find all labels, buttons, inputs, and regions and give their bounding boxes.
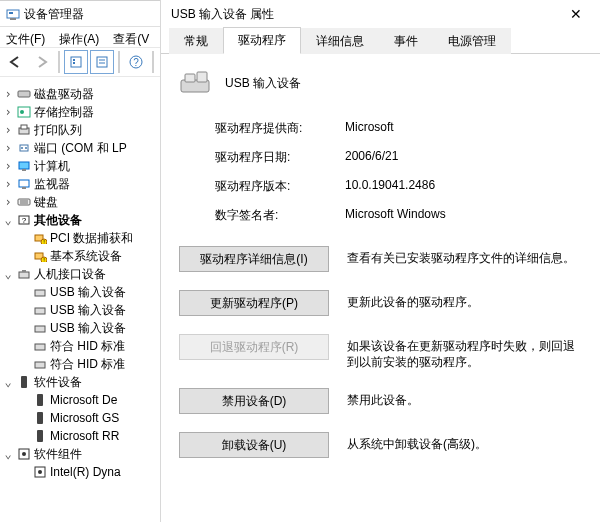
tree-node-softcomp[interactable]: ⌄软件组件 — [0, 445, 160, 463]
tree-node-intel-dyna[interactable]: Intel(R) Dyna — [0, 463, 160, 481]
uninstall-device-button[interactable]: 卸载设备(U) — [179, 432, 329, 458]
tab-driver[interactable]: 驱动程序 — [223, 27, 301, 54]
devmgr-icon — [6, 7, 20, 21]
svg-rect-39 — [22, 270, 26, 272]
svg-rect-6 — [97, 57, 107, 67]
svg-rect-48 — [37, 430, 43, 442]
tree-node-hid-comp-1[interactable]: 符合 HID 标准 — [0, 337, 160, 355]
svg-rect-2 — [10, 18, 16, 20]
tab-details[interactable]: 详细信息 — [301, 28, 379, 54]
tab-events[interactable]: 事件 — [379, 28, 433, 54]
disable-device-desc: 禁用此设备。 — [347, 388, 582, 408]
help-button[interactable]: ? — [124, 50, 148, 74]
rollback-driver-button: 回退驱动程序(R) — [179, 334, 329, 360]
svg-rect-38 — [19, 272, 29, 278]
nav-fwd-button[interactable] — [30, 50, 54, 74]
tree-node-base-sys[interactable]: !基本系统设备 — [0, 247, 160, 265]
tab-general[interactable]: 常规 — [169, 28, 223, 54]
driver-details-desc: 查看有关已安装驱动程序文件的详细信息。 — [347, 246, 582, 266]
tab-power[interactable]: 电源管理 — [433, 28, 511, 54]
tree-node-hid-comp-2[interactable]: 符合 HID 标准 — [0, 355, 160, 373]
tree-node-ports[interactable]: ›端口 (COM 和 LP — [0, 139, 160, 157]
tree-node-ms-gs[interactable]: Microsoft GS — [0, 409, 160, 427]
svg-rect-5 — [73, 62, 75, 64]
show-hidden-button[interactable] — [64, 50, 88, 74]
devmgr-title: 设备管理器 — [24, 1, 84, 27]
tree-node-usb-input-3[interactable]: USB 输入设备 — [0, 319, 160, 337]
tree-node-printq[interactable]: ›打印队列 — [0, 121, 160, 139]
svg-rect-27 — [18, 199, 30, 205]
menu-action[interactable]: 操作(A) — [59, 29, 99, 45]
menu-file[interactable]: 文件(F) — [6, 29, 45, 45]
dialog-title: USB 输入设备 属性 — [171, 0, 274, 28]
tree-node-disk[interactable]: ›磁盘驱动器 — [0, 85, 160, 103]
toolbar-separator-3 — [152, 51, 154, 73]
svg-rect-25 — [19, 180, 29, 187]
svg-rect-23 — [19, 162, 29, 169]
tree-node-usb-input-2[interactable]: USB 输入设备 — [0, 301, 160, 319]
rollback-driver-desc: 如果该设备在更新驱动程序时失败，则回退到以前安装的驱动程序。 — [347, 334, 582, 370]
value-version: 10.0.19041.2486 — [345, 178, 582, 195]
update-driver-desc: 更新此设备的驱动程序。 — [347, 290, 582, 310]
toolbar-separator-2 — [118, 51, 120, 73]
tree-node-monitor[interactable]: ›监视器 — [0, 175, 160, 193]
device-tree[interactable]: ›磁盘驱动器 ›存储控制器 ›打印队列 ›端口 (COM 和 LP ›计算机 ›… — [0, 83, 160, 522]
nav-back-button[interactable] — [4, 50, 28, 74]
device-icon — [179, 70, 213, 96]
toolbar-separator — [58, 51, 60, 73]
svg-point-21 — [21, 147, 23, 149]
svg-point-50 — [22, 452, 26, 456]
svg-rect-47 — [37, 412, 43, 424]
svg-rect-40 — [35, 290, 45, 296]
svg-rect-44 — [35, 362, 45, 368]
tab-strip: 常规 驱动程序 详细信息 事件 电源管理 — [161, 28, 600, 54]
svg-rect-46 — [37, 394, 43, 406]
label-version: 驱动程序版本: — [215, 178, 345, 195]
svg-rect-1 — [9, 12, 13, 14]
tree-node-softdev[interactable]: ⌄软件设备 — [0, 373, 160, 391]
properties-dialog: USB 输入设备 属性 ✕ 常规 驱动程序 详细信息 事件 电源管理 USB 输… — [160, 0, 600, 522]
svg-rect-42 — [35, 326, 45, 332]
properties-button[interactable] — [90, 50, 114, 74]
svg-point-17 — [20, 110, 24, 114]
svg-rect-3 — [71, 57, 81, 67]
device-name: USB 输入设备 — [225, 75, 301, 92]
tree-node-usb-input-1[interactable]: USB 输入设备 — [0, 283, 160, 301]
tree-node-computer[interactable]: ›计算机 — [0, 157, 160, 175]
svg-rect-54 — [185, 74, 195, 82]
svg-point-22 — [25, 147, 27, 149]
svg-rect-45 — [21, 376, 27, 388]
svg-text:?: ? — [133, 57, 139, 68]
svg-rect-4 — [73, 59, 75, 61]
tree-node-storage[interactable]: ›存储控制器 — [0, 103, 160, 121]
driver-details-button[interactable]: 驱动程序详细信息(I) — [179, 246, 329, 272]
update-driver-button[interactable]: 更新驱动程序(P) — [179, 290, 329, 316]
uninstall-device-desc: 从系统中卸载设备(高级)。 — [347, 432, 582, 452]
tree-node-hid[interactable]: ⌄人机接口设备 — [0, 265, 160, 283]
tree-node-other[interactable]: ⌄?其他设备 — [0, 211, 160, 229]
tree-node-pci-capture[interactable]: !PCI 数据捕获和 — [0, 229, 160, 247]
tree-node-ms-de[interactable]: Microsoft De — [0, 391, 160, 409]
label-date: 驱动程序日期: — [215, 149, 345, 166]
svg-point-52 — [38, 470, 42, 474]
svg-rect-19 — [21, 125, 27, 129]
svg-rect-26 — [22, 187, 26, 189]
svg-rect-55 — [197, 72, 207, 82]
label-signer: 数字签名者: — [215, 207, 345, 224]
value-provider: Microsoft — [345, 120, 582, 137]
label-provider: 驱动程序提供商: — [215, 120, 345, 137]
close-icon[interactable]: ✕ — [556, 0, 596, 28]
dialog-titlebar: USB 输入设备 属性 ✕ — [161, 0, 600, 28]
svg-rect-43 — [35, 344, 45, 350]
value-signer: Microsoft Windows — [345, 207, 582, 224]
value-date: 2006/6/21 — [345, 149, 582, 166]
svg-rect-15 — [18, 91, 30, 97]
tree-node-ms-rr[interactable]: Microsoft RR — [0, 427, 160, 445]
svg-text:?: ? — [22, 216, 27, 225]
disable-device-button[interactable]: 禁用设备(D) — [179, 388, 329, 414]
svg-rect-24 — [22, 169, 26, 171]
tree-node-keyboard[interactable]: ›键盘 — [0, 193, 160, 211]
svg-rect-41 — [35, 308, 45, 314]
menu-view[interactable]: 查看(V — [113, 29, 149, 45]
